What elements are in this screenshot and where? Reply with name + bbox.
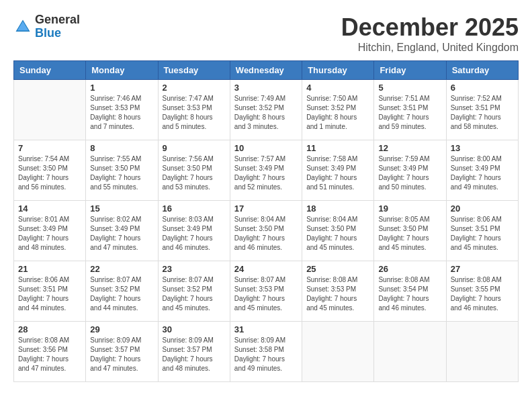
day-number: 16 xyxy=(163,203,226,214)
calendar-cell: 26Sunrise: 8:08 AM Sunset: 3:54 PM Dayli… xyxy=(374,261,446,322)
calendar-cell: 17Sunrise: 8:04 AM Sunset: 3:50 PM Dayli… xyxy=(230,201,302,261)
calendar-cell: 23Sunrise: 8:07 AM Sunset: 3:52 PM Dayli… xyxy=(158,261,230,322)
day-number: 10 xyxy=(234,143,298,153)
calendar-cell: 15Sunrise: 8:02 AM Sunset: 3:49 PM Dayli… xyxy=(86,201,158,261)
main-title: December 2025 xyxy=(341,13,519,42)
day-info: Sunrise: 7:47 AM Sunset: 3:53 PM Dayligh… xyxy=(163,94,226,132)
day-number: 27 xyxy=(451,264,514,274)
day-number: 26 xyxy=(378,264,441,274)
column-header-saturday: Saturday xyxy=(446,61,518,80)
day-info: Sunrise: 7:58 AM Sunset: 3:49 PM Dayligh… xyxy=(306,154,369,192)
day-number: 1 xyxy=(90,83,153,93)
day-info: Sunrise: 8:08 AM Sunset: 3:53 PM Dayligh… xyxy=(306,275,369,313)
day-number: 4 xyxy=(306,83,369,93)
day-info: Sunrise: 8:00 AM Sunset: 3:49 PM Dayligh… xyxy=(451,154,514,192)
week-row-3: 14Sunrise: 8:01 AM Sunset: 3:49 PM Dayli… xyxy=(14,201,519,261)
day-info: Sunrise: 7:55 AM Sunset: 3:50 PM Dayligh… xyxy=(90,154,153,192)
day-info: Sunrise: 7:57 AM Sunset: 3:49 PM Dayligh… xyxy=(234,154,298,192)
day-info: Sunrise: 8:09 AM Sunset: 3:57 PM Dayligh… xyxy=(90,336,153,373)
day-number: 6 xyxy=(451,83,514,93)
day-number: 25 xyxy=(306,264,369,274)
logo-blue-text: Blue xyxy=(35,27,80,40)
calendar-cell: 19Sunrise: 8:05 AM Sunset: 3:50 PM Dayli… xyxy=(374,201,446,261)
calendar-cell: 30Sunrise: 8:09 AM Sunset: 3:57 PM Dayli… xyxy=(158,322,230,382)
day-number: 20 xyxy=(451,203,514,214)
day-number: 14 xyxy=(18,203,81,214)
calendar-cell: 12Sunrise: 7:59 AM Sunset: 3:49 PM Dayli… xyxy=(374,140,446,201)
day-number: 3 xyxy=(234,83,298,93)
week-row-5: 28Sunrise: 8:08 AM Sunset: 3:56 PM Dayli… xyxy=(14,322,519,382)
calendar-cell: 21Sunrise: 8:06 AM Sunset: 3:51 PM Dayli… xyxy=(14,261,86,322)
week-row-1: 1Sunrise: 7:46 AM Sunset: 3:53 PM Daylig… xyxy=(14,80,519,140)
logo-text: General Blue xyxy=(35,13,80,40)
calendar-cell: 14Sunrise: 8:01 AM Sunset: 3:49 PM Dayli… xyxy=(14,201,86,261)
calendar-cell: 9Sunrise: 7:56 AM Sunset: 3:50 PM Daylig… xyxy=(158,140,230,201)
day-number: 28 xyxy=(18,324,81,334)
calendar-cell: 28Sunrise: 8:08 AM Sunset: 3:56 PM Dayli… xyxy=(14,322,86,382)
subtitle: Hitchin, England, United Kingdom xyxy=(341,42,519,54)
day-info: Sunrise: 7:59 AM Sunset: 3:49 PM Dayligh… xyxy=(378,154,441,192)
logo-icon xyxy=(13,17,32,36)
day-info: Sunrise: 7:51 AM Sunset: 3:51 PM Dayligh… xyxy=(378,94,441,132)
day-info: Sunrise: 8:06 AM Sunset: 3:51 PM Dayligh… xyxy=(451,215,514,253)
week-row-2: 7Sunrise: 7:54 AM Sunset: 3:50 PM Daylig… xyxy=(14,140,519,201)
calendar-cell xyxy=(14,80,86,140)
column-header-thursday: Thursday xyxy=(302,61,374,80)
day-number: 13 xyxy=(451,143,514,153)
day-info: Sunrise: 8:04 AM Sunset: 3:50 PM Dayligh… xyxy=(234,215,298,253)
calendar-body: 1Sunrise: 7:46 AM Sunset: 3:53 PM Daylig… xyxy=(14,80,519,382)
day-number: 5 xyxy=(378,83,441,93)
day-info: Sunrise: 8:07 AM Sunset: 3:52 PM Dayligh… xyxy=(90,275,153,313)
day-number: 15 xyxy=(90,203,153,214)
column-header-monday: Monday xyxy=(86,61,158,80)
day-number: 23 xyxy=(163,264,226,274)
calendar-cell xyxy=(446,322,518,382)
day-info: Sunrise: 7:49 AM Sunset: 3:52 PM Dayligh… xyxy=(234,94,298,132)
day-info: Sunrise: 7:46 AM Sunset: 3:53 PM Dayligh… xyxy=(90,94,153,132)
day-number: 7 xyxy=(18,143,81,153)
calendar-cell: 16Sunrise: 8:03 AM Sunset: 3:49 PM Dayli… xyxy=(158,201,230,261)
day-info: Sunrise: 7:50 AM Sunset: 3:52 PM Dayligh… xyxy=(306,94,369,132)
calendar-header: SundayMondayTuesdayWednesdayThursdayFrid… xyxy=(14,61,519,80)
calendar-cell: 8Sunrise: 7:55 AM Sunset: 3:50 PM Daylig… xyxy=(86,140,158,201)
calendar-cell: 18Sunrise: 8:04 AM Sunset: 3:50 PM Dayli… xyxy=(302,201,374,261)
day-number: 30 xyxy=(163,324,226,334)
day-info: Sunrise: 7:52 AM Sunset: 3:51 PM Dayligh… xyxy=(451,94,514,132)
day-info: Sunrise: 8:08 AM Sunset: 3:55 PM Dayligh… xyxy=(451,275,514,313)
day-info: Sunrise: 8:03 AM Sunset: 3:49 PM Dayligh… xyxy=(163,215,226,253)
title-area: December 2025 Hitchin, England, United K… xyxy=(341,13,519,54)
day-info: Sunrise: 8:06 AM Sunset: 3:51 PM Dayligh… xyxy=(18,275,81,313)
calendar-cell: 25Sunrise: 8:08 AM Sunset: 3:53 PM Dayli… xyxy=(302,261,374,322)
day-number: 9 xyxy=(163,143,226,153)
header-row: SundayMondayTuesdayWednesdayThursdayFrid… xyxy=(14,61,519,80)
day-number: 2 xyxy=(163,83,226,93)
day-number: 8 xyxy=(90,143,153,153)
calendar-cell: 27Sunrise: 8:08 AM Sunset: 3:55 PM Dayli… xyxy=(446,261,518,322)
column-header-sunday: Sunday xyxy=(14,61,86,80)
day-number: 22 xyxy=(90,264,153,274)
day-info: Sunrise: 8:02 AM Sunset: 3:49 PM Dayligh… xyxy=(90,215,153,253)
day-info: Sunrise: 8:04 AM Sunset: 3:50 PM Dayligh… xyxy=(306,215,369,253)
calendar-cell: 31Sunrise: 8:09 AM Sunset: 3:58 PM Dayli… xyxy=(230,322,302,382)
day-number: 24 xyxy=(234,264,298,274)
calendar-cell: 29Sunrise: 8:09 AM Sunset: 3:57 PM Dayli… xyxy=(86,322,158,382)
calendar-table: SundayMondayTuesdayWednesdayThursdayFrid… xyxy=(13,60,519,382)
calendar-cell: 22Sunrise: 8:07 AM Sunset: 3:52 PM Dayli… xyxy=(86,261,158,322)
calendar-cell: 11Sunrise: 7:58 AM Sunset: 3:49 PM Dayli… xyxy=(302,140,374,201)
day-number: 19 xyxy=(378,203,441,214)
day-info: Sunrise: 7:54 AM Sunset: 3:50 PM Dayligh… xyxy=(18,154,81,192)
calendar-cell: 7Sunrise: 7:54 AM Sunset: 3:50 PM Daylig… xyxy=(14,140,86,201)
calendar-cell: 20Sunrise: 8:06 AM Sunset: 3:51 PM Dayli… xyxy=(446,201,518,261)
calendar-cell: 13Sunrise: 8:00 AM Sunset: 3:49 PM Dayli… xyxy=(446,140,518,201)
calendar-cell: 24Sunrise: 8:07 AM Sunset: 3:53 PM Dayli… xyxy=(230,261,302,322)
day-number: 17 xyxy=(234,203,298,214)
calendar-cell: 4Sunrise: 7:50 AM Sunset: 3:52 PM Daylig… xyxy=(302,80,374,140)
day-number: 18 xyxy=(306,203,369,214)
calendar-cell: 5Sunrise: 7:51 AM Sunset: 3:51 PM Daylig… xyxy=(374,80,446,140)
day-info: Sunrise: 7:56 AM Sunset: 3:50 PM Dayligh… xyxy=(163,154,226,192)
header: General Blue December 2025 Hitchin, Engl… xyxy=(13,13,519,54)
day-info: Sunrise: 8:07 AM Sunset: 3:53 PM Dayligh… xyxy=(234,275,298,313)
day-info: Sunrise: 8:01 AM Sunset: 3:49 PM Dayligh… xyxy=(18,215,81,253)
week-row-4: 21Sunrise: 8:06 AM Sunset: 3:51 PM Dayli… xyxy=(14,261,519,322)
calendar-cell: 3Sunrise: 7:49 AM Sunset: 3:52 PM Daylig… xyxy=(230,80,302,140)
